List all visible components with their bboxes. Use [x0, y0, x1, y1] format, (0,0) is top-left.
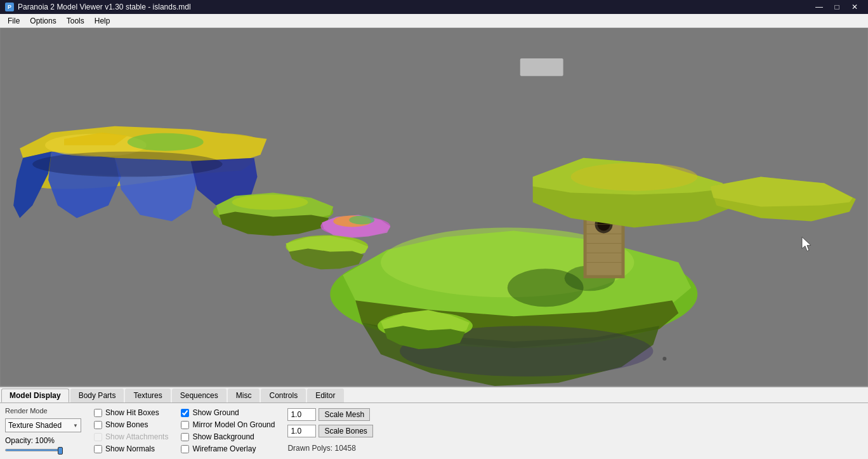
app-icon: P: [5, 3, 14, 11]
checkboxes-col1: Show Hit Boxes Show Bones Show Attachmen…: [94, 407, 168, 453]
render-mode-value: Texture Shaded: [8, 421, 62, 430]
menu-help[interactable]: Help: [89, 14, 115, 27]
show-normals-label: Show Normals: [105, 444, 155, 453]
show-attachments-checkbox: [94, 433, 102, 441]
cb-row-ground: Show Ground: [181, 408, 275, 417]
scale-mesh-row: Scale Mesh: [287, 408, 372, 421]
scale-bones-button[interactable]: Scale Bones: [319, 425, 372, 437]
show-background-label: Show Background: [192, 432, 254, 441]
render-mode-dropdown[interactable]: Texture Shaded ▼: [5, 418, 81, 432]
tab-editor[interactable]: Editor: [307, 389, 343, 402]
close-button[interactable]: ✕: [846, 1, 863, 13]
svg-point-16: [232, 195, 308, 210]
svg-rect-1: [520, 58, 563, 76]
tab-misc[interactable]: Misc: [228, 389, 260, 402]
scale-bones-input[interactable]: [287, 425, 316, 437]
cb-row-mirror: Mirror Model On Ground: [181, 420, 275, 429]
cb-row-attachments: Show Attachments: [94, 432, 168, 441]
app-icon-letter: P: [8, 4, 11, 10]
show-hitboxes-label: Show Hit Boxes: [105, 408, 159, 417]
show-attachments-label: Show Attachments: [105, 432, 168, 441]
tab-textures[interactable]: Textures: [125, 389, 170, 402]
menu-tools[interactable]: Tools: [62, 14, 89, 27]
show-hitboxes-checkbox[interactable]: [94, 409, 102, 417]
cb-row-bones: Show Bones: [94, 420, 168, 429]
tab-controls[interactable]: Controls: [261, 389, 306, 402]
show-background-checkbox[interactable]: [181, 433, 189, 441]
svg-point-10: [128, 133, 204, 151]
maximize-button[interactable]: □: [829, 1, 845, 13]
menubar: File Options Tools Help: [0, 14, 868, 28]
tab-sequences[interactable]: Sequences: [172, 389, 227, 402]
drawn-polys: Drawn Polys: 10458: [287, 441, 372, 453]
scale-controls: Scale Mesh Scale Bones Drawn Polys: 1045…: [287, 407, 372, 453]
render-mode-label: Render Mode: [5, 407, 81, 415]
wireframe-overlay-checkbox[interactable]: [181, 445, 189, 453]
opacity-slider[interactable]: [5, 449, 62, 451]
svg-point-12: [32, 152, 222, 177]
scale-bones-row: Scale Bones: [287, 425, 372, 437]
cb-row-background: Show Background: [181, 432, 275, 441]
model-display-panel: Render Mode Texture Shaded ▼ Opacity: 10…: [0, 403, 868, 457]
show-bones-checkbox[interactable]: [94, 421, 102, 429]
cb-row-hitboxes: Show Hit Boxes: [94, 408, 168, 417]
checkboxes-col2: Show Ground Mirror Model On Ground Show …: [181, 407, 275, 453]
minimize-button[interactable]: —: [811, 1, 827, 13]
opacity-row: Opacity: 100%: [5, 436, 81, 445]
cb-row-normals: Show Normals: [94, 444, 168, 453]
viewport-3d[interactable]: [0, 28, 868, 386]
dropdown-arrow-icon: ▼: [73, 423, 78, 429]
render-mode-section: Render Mode Texture Shaded ▼ Opacity: 10…: [5, 407, 81, 453]
window-title: Paranoia 2 Model Viewer v1.30 stable - i…: [18, 3, 191, 11]
cb-row-wireframe: Wireframe Overlay: [181, 444, 275, 453]
opacity-thumb[interactable]: [58, 447, 63, 455]
mirror-model-checkbox[interactable]: [181, 421, 189, 429]
scale-mesh-button[interactable]: Scale Mesh: [319, 408, 370, 421]
mirror-model-label: Mirror Model On Ground: [192, 420, 275, 429]
menu-file[interactable]: File: [3, 14, 25, 27]
svg-point-23: [349, 215, 374, 224]
wireframe-overlay-label: Wireframe Overlay: [192, 444, 256, 453]
scale-mesh-input[interactable]: [287, 408, 316, 421]
opacity-fill: [6, 449, 62, 451]
menu-options[interactable]: Options: [25, 14, 61, 27]
show-ground-checkbox[interactable]: [181, 409, 189, 417]
show-normals-checkbox[interactable]: [94, 445, 102, 453]
bottom-panel: Model Display Body Parts Textures Sequen…: [0, 386, 868, 459]
svg-point-48: [571, 163, 698, 191]
tab-bar: Model Display Body Parts Textures Sequen…: [0, 387, 868, 403]
show-bones-label: Show Bones: [105, 420, 148, 429]
titlebar: P Paranoia 2 Model Viewer v1.30 stable -…: [0, 0, 868, 14]
show-ground-label: Show Ground: [192, 408, 239, 417]
opacity-label: Opacity: 100%: [5, 436, 55, 445]
svg-point-51: [662, 357, 666, 361]
tab-body-parts[interactable]: Body Parts: [70, 389, 124, 402]
tab-model-display[interactable]: Model Display: [1, 389, 69, 402]
